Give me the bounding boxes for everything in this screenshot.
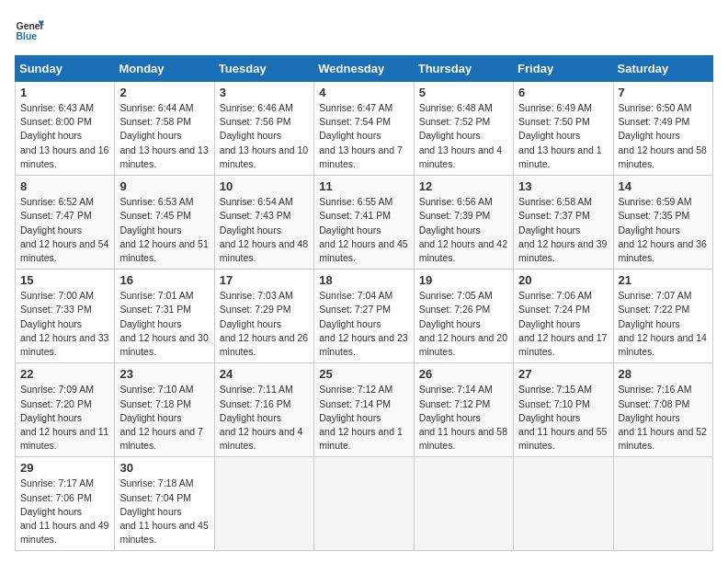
col-header-thursday: Thursday [414, 56, 513, 82]
calendar-day-cell: 11 Sunrise: 6:55 AM Sunset: 7:41 PM Dayl… [314, 176, 414, 270]
day-info: Sunrise: 7:03 AM Sunset: 7:29 PM Dayligh… [220, 289, 309, 359]
day-info: Sunrise: 6:55 AM Sunset: 7:41 PM Dayligh… [319, 195, 408, 265]
calendar-day-cell: 21 Sunrise: 7:07 AM Sunset: 7:22 PM Dayl… [613, 270, 712, 363]
col-header-sunday: Sunday [16, 56, 115, 82]
day-number: 23 [119, 367, 209, 381]
day-info: Sunrise: 6:52 AM Sunset: 7:47 PM Dayligh… [20, 195, 109, 265]
calendar-day-cell: 17 Sunrise: 7:03 AM Sunset: 7:29 PM Dayl… [214, 270, 313, 363]
calendar-day-cell [314, 457, 414, 551]
calendar-week-row: 1 Sunrise: 6:43 AM Sunset: 8:00 PM Dayli… [16, 82, 713, 176]
day-info: Sunrise: 7:09 AM Sunset: 7:20 PM Dayligh… [20, 383, 109, 453]
calendar-day-cell: 19 Sunrise: 7:05 AM Sunset: 7:26 PM Dayl… [414, 270, 513, 363]
day-number: 16 [119, 273, 209, 287]
day-number: 13 [518, 179, 608, 193]
day-number: 18 [319, 273, 408, 287]
calendar-day-cell: 25 Sunrise: 7:12 AM Sunset: 7:14 PM Dayl… [314, 363, 414, 457]
day-number: 1 [20, 86, 109, 99]
calendar-day-cell: 13 Sunrise: 6:58 AM Sunset: 7:37 PM Dayl… [514, 176, 613, 270]
day-number: 12 [419, 179, 508, 193]
calendar-day-cell [514, 457, 613, 551]
day-info: Sunrise: 7:05 AM Sunset: 7:26 PM Dayligh… [419, 289, 508, 359]
day-info: Sunrise: 6:44 AM Sunset: 7:58 PM Dayligh… [119, 101, 209, 171]
day-number: 4 [319, 86, 408, 99]
day-info: Sunrise: 7:14 AM Sunset: 7:12 PM Dayligh… [419, 383, 508, 453]
day-info: Sunrise: 6:59 AM Sunset: 7:35 PM Dayligh… [619, 195, 708, 265]
day-info: Sunrise: 6:48 AM Sunset: 7:52 PM Dayligh… [419, 101, 508, 171]
day-number: 20 [518, 273, 608, 287]
day-number: 25 [319, 367, 408, 381]
day-number: 7 [619, 86, 708, 99]
day-info: Sunrise: 6:53 AM Sunset: 7:45 PM Dayligh… [119, 195, 209, 265]
day-number: 9 [119, 179, 209, 193]
calendar-day-cell [414, 457, 513, 551]
header: General Blue [15, 15, 713, 44]
calendar-week-row: 29 Sunrise: 7:17 AM Sunset: 7:06 PM Dayl… [16, 457, 713, 551]
calendar-day-cell: 2 Sunrise: 6:44 AM Sunset: 7:58 PM Dayli… [115, 82, 214, 176]
logo-icon: General Blue [15, 15, 44, 44]
day-info: Sunrise: 6:46 AM Sunset: 7:56 PM Dayligh… [220, 101, 309, 171]
calendar-day-cell: 23 Sunrise: 7:10 AM Sunset: 7:18 PM Dayl… [115, 363, 214, 457]
day-info: Sunrise: 7:15 AM Sunset: 7:10 PM Dayligh… [518, 383, 608, 453]
calendar-day-cell: 14 Sunrise: 6:59 AM Sunset: 7:35 PM Dayl… [613, 176, 712, 270]
calendar-day-cell: 26 Sunrise: 7:14 AM Sunset: 7:12 PM Dayl… [414, 363, 513, 457]
day-info: Sunrise: 7:11 AM Sunset: 7:16 PM Dayligh… [220, 383, 309, 453]
day-info: Sunrise: 7:16 AM Sunset: 7:08 PM Dayligh… [619, 383, 708, 453]
day-info: Sunrise: 7:00 AM Sunset: 7:33 PM Dayligh… [20, 289, 109, 359]
day-number: 3 [220, 86, 309, 99]
day-info: Sunrise: 7:07 AM Sunset: 7:22 PM Dayligh… [619, 289, 708, 359]
calendar-table: SundayMondayTuesdayWednesdayThursdayFrid… [15, 55, 713, 551]
calendar-day-cell [613, 457, 712, 551]
day-number: 30 [119, 461, 209, 475]
day-info: Sunrise: 7:01 AM Sunset: 7:31 PM Dayligh… [119, 289, 209, 359]
calendar-day-cell: 3 Sunrise: 6:46 AM Sunset: 7:56 PM Dayli… [214, 82, 313, 176]
day-number: 26 [419, 367, 508, 381]
day-number: 27 [518, 367, 608, 381]
day-info: Sunrise: 6:47 AM Sunset: 7:54 PM Dayligh… [319, 101, 408, 171]
day-info: Sunrise: 7:10 AM Sunset: 7:18 PM Dayligh… [119, 383, 209, 453]
calendar-day-cell: 18 Sunrise: 7:04 AM Sunset: 7:27 PM Dayl… [314, 270, 414, 363]
col-header-tuesday: Tuesday [214, 56, 313, 82]
calendar-week-row: 8 Sunrise: 6:52 AM Sunset: 7:47 PM Dayli… [16, 176, 713, 270]
col-header-saturday: Saturday [613, 56, 712, 82]
day-number: 28 [619, 367, 708, 381]
calendar-day-cell: 22 Sunrise: 7:09 AM Sunset: 7:20 PM Dayl… [16, 363, 115, 457]
day-info: Sunrise: 6:58 AM Sunset: 7:37 PM Dayligh… [518, 195, 608, 265]
day-number: 19 [419, 273, 508, 287]
col-header-wednesday: Wednesday [314, 56, 414, 82]
day-number: 21 [619, 273, 708, 287]
day-info: Sunrise: 6:56 AM Sunset: 7:39 PM Dayligh… [419, 195, 508, 265]
calendar-day-cell: 29 Sunrise: 7:17 AM Sunset: 7:06 PM Dayl… [16, 457, 115, 551]
day-number: 8 [20, 179, 109, 193]
day-number: 24 [220, 367, 309, 381]
day-info: Sunrise: 7:04 AM Sunset: 7:27 PM Dayligh… [319, 289, 408, 359]
calendar-day-cell: 5 Sunrise: 6:48 AM Sunset: 7:52 PM Dayli… [414, 82, 513, 176]
day-number: 11 [319, 179, 408, 193]
calendar-day-cell: 4 Sunrise: 6:47 AM Sunset: 7:54 PM Dayli… [314, 82, 414, 176]
logo: General Blue [15, 15, 44, 44]
calendar-day-cell: 27 Sunrise: 7:15 AM Sunset: 7:10 PM Dayl… [514, 363, 613, 457]
day-info: Sunrise: 7:18 AM Sunset: 7:04 PM Dayligh… [119, 477, 209, 546]
col-header-monday: Monday [115, 56, 214, 82]
calendar-day-cell: 9 Sunrise: 6:53 AM Sunset: 7:45 PM Dayli… [115, 176, 214, 270]
calendar-day-cell: 28 Sunrise: 7:16 AM Sunset: 7:08 PM Dayl… [613, 363, 712, 457]
svg-text:Blue: Blue [17, 31, 38, 41]
calendar-day-cell: 24 Sunrise: 7:11 AM Sunset: 7:16 PM Dayl… [214, 363, 313, 457]
calendar-day-cell: 1 Sunrise: 6:43 AM Sunset: 8:00 PM Dayli… [16, 82, 115, 176]
day-number: 5 [419, 86, 508, 99]
calendar-day-cell: 10 Sunrise: 6:54 AM Sunset: 7:43 PM Dayl… [214, 176, 313, 270]
day-number: 6 [518, 86, 608, 99]
day-info: Sunrise: 6:49 AM Sunset: 7:50 PM Dayligh… [518, 101, 608, 171]
calendar-day-cell: 30 Sunrise: 7:18 AM Sunset: 7:04 PM Dayl… [115, 457, 214, 551]
calendar-day-cell: 16 Sunrise: 7:01 AM Sunset: 7:31 PM Dayl… [115, 270, 214, 363]
day-number: 10 [220, 179, 309, 193]
day-number: 22 [20, 367, 109, 381]
header-row: SundayMondayTuesdayWednesdayThursdayFrid… [16, 56, 713, 82]
day-number: 17 [220, 273, 309, 287]
calendar-day-cell: 6 Sunrise: 6:49 AM Sunset: 7:50 PM Dayli… [514, 82, 613, 176]
calendar-day-cell: 8 Sunrise: 6:52 AM Sunset: 7:47 PM Dayli… [16, 176, 115, 270]
calendar-day-cell: 7 Sunrise: 6:50 AM Sunset: 7:49 PM Dayli… [613, 82, 712, 176]
col-header-friday: Friday [514, 56, 613, 82]
day-number: 14 [619, 179, 708, 193]
day-number: 15 [20, 273, 109, 287]
day-info: Sunrise: 7:06 AM Sunset: 7:24 PM Dayligh… [518, 289, 608, 359]
